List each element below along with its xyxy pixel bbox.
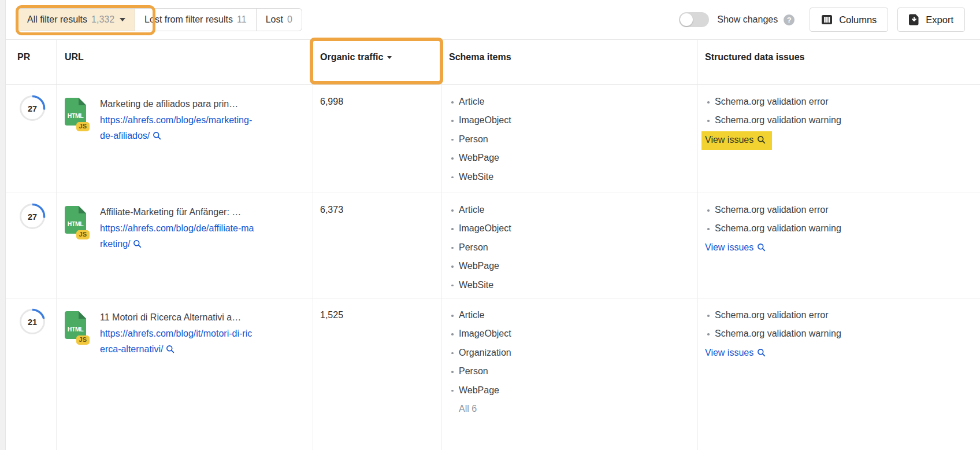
schema-item: ImageObject xyxy=(449,111,691,130)
url-cell: HTML JS 11 Motori di Ricerca Alternativi… xyxy=(57,298,313,450)
magnifier-icon xyxy=(757,243,766,252)
schema-items-all-link[interactable]: All 6 xyxy=(449,400,691,418)
view-issues-link[interactable]: View issues xyxy=(705,241,766,254)
file-fold-corner xyxy=(79,206,86,213)
tab-lost[interactable]: Lost 0 xyxy=(256,9,302,31)
column-header-structured-data-issues[interactable]: Structured data issues xyxy=(698,40,980,84)
column-header-url[interactable]: URL xyxy=(57,40,313,84)
view-issues-link[interactable]: View issues xyxy=(701,131,772,150)
show-changes-label: Show changes xyxy=(717,14,778,25)
tab-count: 0 xyxy=(287,14,292,25)
page-rating-ring: 27 xyxy=(18,202,46,230)
toggle-knob xyxy=(680,13,693,26)
tab-label: Lost xyxy=(266,14,283,25)
issue-item: Schema.org validation error xyxy=(705,306,973,324)
page-title: 11 Motori di Ricerca Alternativi a… xyxy=(100,309,252,325)
tab-label: All filter results xyxy=(27,14,87,25)
toolbar: All filter results 1,332 Lost from filte… xyxy=(6,0,980,39)
organic-traffic-header-label: Organic traffic xyxy=(320,52,383,62)
tab-all-filter-results[interactable]: All filter results 1,332 xyxy=(18,9,135,31)
page-left-gutter xyxy=(0,0,6,450)
pr-cell: 27 xyxy=(6,193,57,298)
js-badge: JS xyxy=(76,335,90,345)
results-table: PR URL Organic traffic Schema items Stru… xyxy=(6,39,980,450)
tab-count: 1,332 xyxy=(91,14,114,25)
columns-icon xyxy=(821,14,833,25)
schema-item: WebSite xyxy=(449,276,691,294)
issue-item: Schema.org validation warning xyxy=(705,219,973,238)
pr-cell: 27 xyxy=(6,85,57,193)
table-row: 21 HTML JS 11 Motori di Ricerca Alternat… xyxy=(6,298,980,450)
inspect-url-icon[interactable] xyxy=(153,131,161,140)
html-file-icon: HTML JS xyxy=(65,311,86,339)
svg-text:27: 27 xyxy=(28,212,37,222)
column-header-schema-items[interactable]: Schema items xyxy=(442,40,698,84)
page-url-link[interactable]: https://ahrefs.com/blog/es/marketing- de… xyxy=(100,112,252,143)
file-type-label: HTML xyxy=(65,220,86,227)
schema-items-cell: Article ImageObject Person WebPage WebSi… xyxy=(442,85,698,193)
column-header-organic-traffic[interactable]: Organic traffic xyxy=(313,40,442,84)
issue-item: Schema.org validation error xyxy=(705,93,973,111)
schema-item: Person xyxy=(449,130,691,149)
help-icon[interactable]: ? xyxy=(784,14,795,25)
pr-cell: 21 xyxy=(6,298,57,450)
schema-item: ImageObject xyxy=(449,219,691,238)
file-fold-corner xyxy=(79,311,86,319)
svg-text:27: 27 xyxy=(28,104,37,113)
export-download-icon xyxy=(909,14,919,25)
schema-item: WebPage xyxy=(449,149,691,167)
html-file-icon: HTML JS xyxy=(65,206,86,234)
page-url-link[interactable]: https://ahrefs.com/blog/it/motori-di-ric… xyxy=(100,326,252,357)
table-header-row: PR URL Organic traffic Schema items Stru… xyxy=(6,40,980,85)
schema-items-cell: Article ImageObject Person WebPage WebSi… xyxy=(442,193,698,298)
tab-lost-from-filter-results[interactable]: Lost from filter results 11 xyxy=(135,9,256,31)
schema-item: Organization xyxy=(449,344,691,362)
schema-item: Person xyxy=(449,362,691,381)
columns-button-label: Columns xyxy=(839,14,877,25)
js-badge: JS xyxy=(76,230,90,239)
caret-down-icon xyxy=(120,18,125,21)
tab-label: Lost from filter results xyxy=(144,14,233,25)
schema-item: Person xyxy=(449,238,691,257)
schema-item: ImageObject xyxy=(449,324,691,343)
html-file-icon: HTML JS xyxy=(65,98,86,126)
js-badge: JS xyxy=(76,122,90,131)
view-issues-link[interactable]: View issues xyxy=(705,346,766,360)
export-button[interactable]: Export xyxy=(897,8,965,32)
url-cell: HTML JS Marketing de afiliados para prin… xyxy=(57,85,313,193)
table-row: 27 HTML JS Marketing de afiliados para p… xyxy=(6,85,980,193)
svg-text:21: 21 xyxy=(28,318,37,327)
structured-data-issues-cell: Schema.org validation error Schema.org v… xyxy=(698,193,980,298)
schema-item: Article xyxy=(449,201,691,219)
organic-traffic-cell: 6,998 xyxy=(313,85,442,193)
page-url-link[interactable]: https://ahrefs.com/blog/de/affiliate-ma … xyxy=(100,220,254,252)
sort-desc-icon xyxy=(387,56,392,59)
issue-item: Schema.org validation warning xyxy=(705,324,973,343)
schema-item: WebSite xyxy=(449,168,691,186)
inspect-url-icon[interactable] xyxy=(133,239,142,248)
column-header-pr[interactable]: PR xyxy=(6,40,57,84)
columns-button[interactable]: Columns xyxy=(810,8,888,32)
filter-results-tab-group: All filter results 1,332 Lost from filte… xyxy=(17,8,302,31)
structured-data-issues-cell: Schema.org validation error Schema.org v… xyxy=(698,85,980,193)
organic-traffic-cell: 6,373 xyxy=(313,193,442,298)
inspect-url-icon[interactable] xyxy=(166,345,175,353)
organic-traffic-cell: 1,525 xyxy=(313,298,442,450)
page-rating-ring: 27 xyxy=(18,94,46,122)
schema-item: WebPage xyxy=(449,257,691,275)
structured-data-issues-cell: Schema.org validation error Schema.org v… xyxy=(698,298,980,450)
issue-item: Schema.org validation error xyxy=(705,201,973,219)
file-fold-corner xyxy=(79,98,86,105)
toolbar-right: Show changes ? Columns Export xyxy=(679,8,965,32)
magnifier-icon xyxy=(757,135,766,144)
magnifier-icon xyxy=(757,348,766,357)
page-title: Marketing de afiliados para prin… xyxy=(100,96,252,112)
file-type-label: HTML xyxy=(65,326,86,333)
issue-item: Schema.org validation warning xyxy=(705,111,973,130)
show-changes-toggle[interactable] xyxy=(679,12,709,27)
schema-item: WebPage xyxy=(449,381,691,400)
export-button-label: Export xyxy=(926,14,953,25)
url-cell: HTML JS Affiliate-Marketing für Anfänger… xyxy=(57,193,313,298)
table-row: 27 HTML JS Affiliate-Marketing für Anfän… xyxy=(6,193,980,298)
page-rating-ring: 21 xyxy=(18,308,46,335)
